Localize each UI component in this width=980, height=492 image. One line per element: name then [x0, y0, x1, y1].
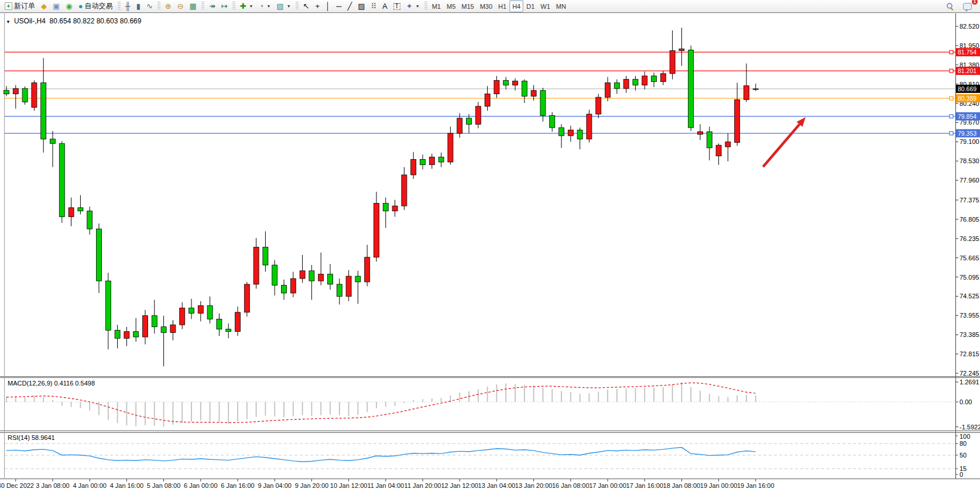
pivot-line-handle[interactable]	[950, 97, 953, 100]
time-tick-label: 6 Jan 00:00	[184, 482, 218, 489]
time-tick-label: 18 Jan 08:00	[663, 482, 701, 489]
candles-icon: ▮	[136, 2, 141, 10]
channel-icon: ▨	[358, 2, 365, 10]
toolbar-grip	[118, 2, 121, 11]
text-button[interactable]: A	[379, 0, 390, 12]
vertical-line-button[interactable]: │	[323, 0, 333, 12]
autotrade-icon: ●	[78, 2, 83, 10]
hline-icon: ─	[336, 2, 341, 10]
candles-chart-button[interactable]: ▮	[133, 0, 143, 12]
macd-tick-label: 0.00	[960, 398, 972, 405]
price-tick-label: 72.815	[960, 350, 979, 357]
tf-h4-button-label: H4	[512, 3, 520, 10]
symbol-dropdown-icon[interactable]: ▼	[6, 19, 11, 25]
chart-window: 82.52081.95081.38080.81080.24079.67079.1…	[0, 13, 980, 492]
tf-d1-button[interactable]: D1	[523, 0, 537, 12]
resistance-line-1-handle[interactable]	[950, 50, 953, 54]
price-tick-label: 81.950	[960, 42, 979, 49]
template-icon: ▧	[276, 2, 283, 10]
tile-windows-button[interactable]: ▦	[187, 0, 200, 12]
tf-mn-button-label: MN	[556, 3, 566, 10]
toolbar-grip	[424, 2, 427, 11]
resistance-line-2-handle[interactable]	[950, 69, 953, 73]
trendline-button[interactable]: ╱	[344, 0, 355, 12]
notifications-button[interactable]: 1	[960, 0, 975, 12]
tf-h4-button[interactable]: H4	[509, 0, 523, 12]
price-tick-label: 73.955	[960, 312, 979, 319]
arrows-button[interactable]: ✦▼	[403, 0, 423, 12]
bars-chart-button[interactable]: ╫	[122, 0, 133, 12]
macd-indicator-label: MACD(12,26,9) 0.4116 0.5498	[8, 380, 95, 387]
tf-w1-button[interactable]: W1	[537, 0, 553, 12]
support-line-1-handle[interactable]	[950, 115, 953, 118]
indicators-button[interactable]: ✚▼	[237, 0, 256, 12]
chart-shift-icon: ↦	[221, 2, 228, 10]
periods-button[interactable]: ◔▼	[256, 0, 274, 12]
time-tick-label: 17 Jan 00:00	[589, 482, 626, 489]
tf-m30-button[interactable]: M30	[477, 0, 495, 12]
candle	[688, 46, 694, 131]
dropdown-caret-icon[interactable]: ▼	[249, 4, 253, 8]
indicators-icon: ✚	[240, 2, 246, 10]
auto-scroll-icon: ↠	[209, 2, 215, 10]
price-tick-label: 77.375	[960, 197, 979, 204]
support-line-2-price-box-text: 79.353	[958, 130, 976, 137]
auto-scroll-button[interactable]: ↠	[206, 0, 218, 12]
autotrading-button[interactable]: ●自动交易	[76, 0, 116, 12]
time-tick-label: 6 Jan 16:00	[221, 482, 255, 489]
new-order-button[interactable]: +新订单	[2, 0, 38, 12]
price-tick-label: 75.665	[960, 254, 979, 262]
text-label-icon: T	[393, 3, 400, 10]
dropdown-caret-icon[interactable]: ▼	[266, 4, 270, 8]
shapes-icon: ✦	[406, 2, 413, 10]
tf-m30-button-label: M30	[480, 3, 492, 10]
horizontal-line-button[interactable]: ─	[333, 0, 344, 12]
time-tick-label: 9 Jan 20:00	[295, 482, 329, 489]
chart-shift-button[interactable]: ↦	[218, 0, 231, 12]
time-tick-label: 11 Jan 20:00	[405, 482, 441, 489]
candle	[244, 282, 249, 316]
candle	[587, 110, 592, 143]
text-icon: A	[382, 2, 388, 10]
line-chart-button[interactable]: ∿	[143, 0, 156, 12]
zoom-out-button[interactable]: ⊖	[174, 0, 187, 12]
tf-m1-button[interactable]: M1	[429, 0, 444, 12]
price-tick-label: 77.960	[960, 177, 979, 184]
support-line-2-handle[interactable]	[950, 132, 953, 135]
metaeditor-button[interactable]: ▣	[50, 0, 63, 12]
fibonacci-button[interactable]: ⠿	[368, 0, 380, 12]
tf-m5-button[interactable]: M5	[444, 0, 458, 12]
cursor-button[interactable]: ↖	[300, 0, 313, 12]
templates-button[interactable]: ▧▼	[273, 0, 293, 12]
signal-icon: ◉	[66, 2, 72, 10]
signals-button[interactable]: ◉	[63, 0, 75, 12]
search-button[interactable]	[943, 0, 957, 12]
price-tick-label: 72.245	[960, 370, 979, 377]
cursor-icon: ↖	[303, 2, 310, 10]
chart-info-line[interactable]: ▼USOil-,H4 80.654 80.822 80.603 80.669	[6, 17, 141, 25]
channel-button[interactable]: ▨	[355, 0, 368, 12]
zoom-in-button[interactable]: ⊕	[162, 0, 174, 12]
crosshair-button[interactable]: +	[312, 0, 323, 12]
toolbar-grip	[232, 2, 235, 11]
time-tick-label: 17 Jan 16:00	[626, 482, 663, 489]
chart-canvas[interactable]: 82.52081.95081.38080.81080.24079.67079.1…	[0, 13, 980, 492]
current-price-box-text: 80.669	[958, 85, 976, 92]
support-line-1-price-box-text: 79.854	[958, 113, 976, 120]
tf-mn-button[interactable]: MN	[553, 0, 569, 12]
toolbar-right: 1	[943, 0, 978, 12]
dropdown-caret-icon[interactable]: ▼	[287, 4, 291, 8]
time-tick-label: 12 Jan 12:00	[441, 482, 478, 489]
tf-m15-button[interactable]: M15	[458, 0, 477, 12]
dropdown-caret-icon[interactable]: ▼	[416, 4, 420, 8]
styler-button[interactable]: ◆	[38, 0, 50, 12]
text-label-button[interactable]: T	[390, 0, 403, 12]
zoom-in-icon: ⊕	[165, 2, 172, 10]
autotrading-button-label: 自动交易	[85, 1, 113, 11]
chart-symbol-period: USOil-,H4	[14, 17, 46, 25]
resistance-line-2-price-box-text: 81.201	[958, 67, 976, 74]
price-tick-label: 76.235	[960, 235, 979, 242]
search-icon	[946, 2, 954, 10]
tf-h1-button[interactable]: H1	[495, 0, 509, 12]
macd-tick-label: -1.5922	[960, 424, 980, 431]
